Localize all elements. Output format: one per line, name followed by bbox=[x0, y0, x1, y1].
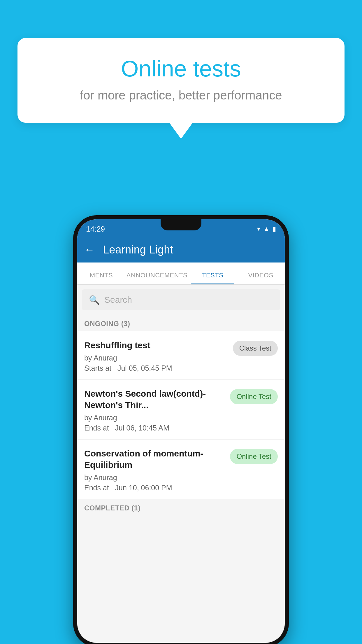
phone-screen: 14:29 ▾ ▲ ▮ ← Learning Light MENTS ANNOU… bbox=[77, 219, 285, 643]
section-ongoing-header: ONGOING (3) bbox=[77, 315, 285, 331]
test-badge-3: Online Test bbox=[230, 449, 278, 464]
test-name-2: Newton's Second law(contd)-Newton's Thir… bbox=[84, 388, 225, 411]
test-author-2: by Anurag bbox=[84, 414, 225, 422]
status-icons: ▾ ▲ ▮ bbox=[257, 225, 276, 233]
test-time-1: Starts at Jul 05, 05:45 PM bbox=[84, 364, 228, 372]
tests-list: Reshuffling test by Anurag Starts at Jul… bbox=[77, 331, 285, 499]
tab-ments[interactable]: MENTS bbox=[77, 272, 125, 284]
test-author-3: by Anurag bbox=[84, 473, 225, 482]
search-icon: 🔍 bbox=[89, 295, 100, 305]
back-button[interactable]: ← bbox=[84, 244, 95, 256]
tab-announcements[interactable]: ANNOUNCEMENTS bbox=[125, 272, 189, 284]
wifi-icon: ▾ bbox=[257, 225, 260, 233]
test-item[interactable]: Reshuffling test by Anurag Starts at Jul… bbox=[77, 331, 285, 380]
speech-bubble: Online tests for more practice, better p… bbox=[17, 38, 345, 123]
test-author-1: by Anurag bbox=[84, 354, 228, 362]
battery-icon: ▮ bbox=[273, 225, 276, 233]
status-time: 14:29 bbox=[86, 225, 105, 234]
test-info: Reshuffling test by Anurag Starts at Jul… bbox=[84, 340, 228, 372]
signal-icon: ▲ bbox=[263, 225, 270, 233]
tab-videos[interactable]: VIDEOS bbox=[237, 272, 285, 284]
test-name-1: Reshuffling test bbox=[84, 340, 228, 351]
test-badge-1: Class Test bbox=[233, 341, 278, 356]
test-time-3: Ends at Jun 10, 06:00 PM bbox=[84, 484, 225, 492]
test-item[interactable]: Newton's Second law(contd)-Newton's Thir… bbox=[77, 380, 285, 440]
test-info: Newton's Second law(contd)-Newton's Thir… bbox=[84, 388, 225, 432]
tab-tests[interactable]: TESTS bbox=[189, 272, 237, 284]
test-info: Conservation of momentum-Equilibrium by … bbox=[84, 448, 225, 492]
search-bar[interactable]: 🔍 Search bbox=[82, 289, 280, 310]
test-name-3: Conservation of momentum-Equilibrium bbox=[84, 448, 225, 470]
speech-bubble-container: Online tests for more practice, better p… bbox=[17, 38, 345, 123]
tabs-bar: MENTS ANNOUNCEMENTS TESTS VIDEOS bbox=[77, 262, 285, 285]
section-completed-header: COMPLETED (1) bbox=[77, 499, 285, 516]
search-placeholder: Search bbox=[104, 295, 132, 305]
bubble-title: Online tests bbox=[38, 55, 324, 82]
app-bar: ← Learning Light bbox=[77, 237, 285, 262]
app-title: Learning Light bbox=[103, 244, 173, 256]
test-badge-2: Online Test bbox=[230, 389, 278, 404]
phone-notch bbox=[161, 219, 201, 230]
test-time-2: Ends at Jul 06, 10:45 AM bbox=[84, 424, 225, 432]
test-item[interactable]: Conservation of momentum-Equilibrium by … bbox=[77, 440, 285, 499]
phone-frame: 14:29 ▾ ▲ ▮ ← Learning Light MENTS ANNOU… bbox=[73, 215, 289, 644]
bubble-subtitle: for more practice, better performance bbox=[38, 88, 324, 102]
